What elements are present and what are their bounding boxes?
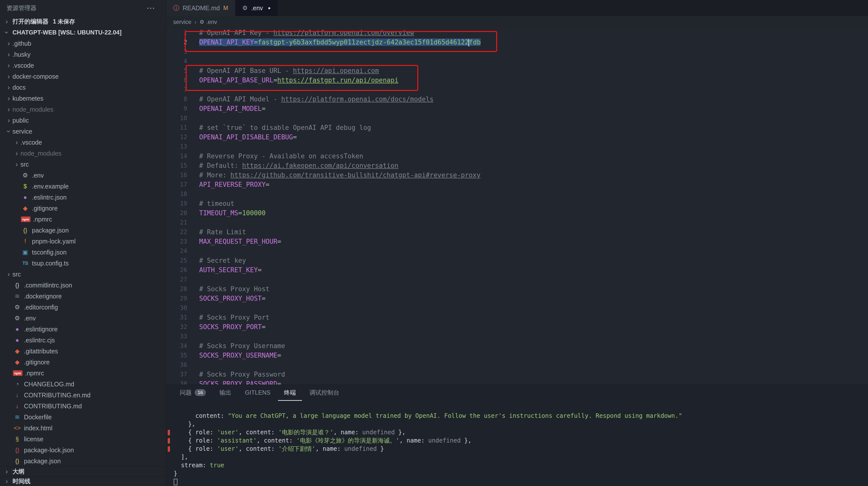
code-line-1[interactable]: 1# OpenAI API Key - https://platform.ope… (166, 28, 868, 37)
timeline-header[interactable]: › 时间线 (0, 476, 166, 486)
tree-folder-service[interactable]: ›service (0, 126, 166, 137)
code-line-31[interactable]: 31# Socks Proxy Port (166, 313, 868, 322)
tree-file-.eslintignore[interactable]: ●.eslintignore (0, 324, 166, 335)
tsgear-icon: ▣ (21, 249, 29, 256)
code-line-22[interactable]: 22# Rate Limit (166, 227, 868, 237)
code-line-24[interactable]: 24 (166, 246, 868, 256)
panel-tab-问题[interactable]: 问题16 (174, 385, 212, 401)
code-line-38[interactable]: 38SOCKS_PROXY_PASSWORD= (166, 379, 868, 384)
code-line-35[interactable]: 35SOCKS_PROXY_USERNAME= (166, 351, 868, 360)
tree-folder-.github[interactable]: ›.github (0, 38, 166, 49)
code-line-29[interactable]: 29SOCKS_PROXY_HOST= (166, 294, 868, 303)
tree-folder-src[interactable]: ›src (0, 269, 166, 280)
tree-file-package.json[interactable]: {}package.json (0, 456, 166, 466)
code-line-16[interactable]: 16# More: https://github.com/transitive-… (166, 170, 868, 180)
code-line-4[interactable]: 4 (166, 56, 868, 66)
tree-file-.gitignore[interactable]: ◆.gitignore (0, 356, 166, 368)
panel-tab-调试控制台[interactable]: 调试控制台 (304, 385, 345, 401)
tree-file-index.html[interactable]: <>index.html (0, 423, 166, 433)
tree-file-.env[interactable]: ⚙.env (0, 170, 166, 181)
tree-file-package-lock.json[interactable]: {}package-lock.json (0, 445, 166, 456)
tree-file-.npmrc[interactable]: npm.npmrc (0, 368, 166, 379)
code-line-11[interactable]: 11# set `true` to disable OpenAI API deb… (166, 123, 868, 132)
code-line-7[interactable]: 7 (166, 85, 868, 94)
tree-file-.eslintrc.json[interactable]: ●.eslintrc.json (0, 192, 166, 203)
code-line-10[interactable]: 10 (166, 113, 868, 123)
code-line-28[interactable]: 28# Socks Proxy Host (166, 284, 868, 294)
code-line-2[interactable]: 2OPENAI_API_KEY=fastgpt-y6b3axfbdd5wyp01… (166, 37, 868, 47)
arrow-icon: ↓ (13, 392, 22, 399)
tree-file-Dockerfile[interactable]: ≋Dockerfile (0, 411, 166, 423)
tree-file-CHANGELOG.md[interactable]: ◔CHANGELOG.md (0, 379, 166, 390)
tree-file-pnpm-lock.yaml[interactable]: !pnpm-lock.yaml (0, 236, 166, 247)
tree-folder-src[interactable]: ›src (0, 159, 166, 170)
code-line-18[interactable]: 18 (166, 189, 868, 199)
tree-file-.gitignore[interactable]: ◆.gitignore (0, 203, 166, 214)
outline-header[interactable]: › 大纲 (0, 466, 166, 476)
tree-file-CONTRIBUTING.md[interactable]: ↓CONTRIBUTING.md (0, 401, 166, 411)
tree-folder-node_modules[interactable]: ›node_modules (0, 148, 166, 159)
code-line-14[interactable]: 14# Reverse Proxy - Available on accessT… (166, 151, 868, 161)
code-line-27[interactable]: 27 (166, 275, 868, 284)
breadcrumb-separator-icon: › (194, 18, 197, 26)
tree-file-license[interactable]: §license (0, 433, 166, 445)
terminal-output[interactable]: content: "You are ChatGPT, a large langu… (166, 401, 868, 486)
code-line-25[interactable]: 25# Secret key (166, 256, 868, 265)
tree-file-.editorconfig[interactable]: ⚙.editorconfig (0, 302, 166, 313)
code-line-20[interactable]: 20TIMEOUT_MS=100000 (166, 208, 868, 218)
code-line-17[interactable]: 17API_REVERSE_PROXY= (166, 180, 868, 189)
tab-.env[interactable]: ⚙.env● (235, 0, 278, 16)
panel-tab-输出[interactable]: 输出 (213, 385, 237, 401)
code-line-13[interactable]: 13 (166, 142, 868, 151)
tree-file-.commitlintrc.json[interactable]: {}.commitlintrc.json (0, 280, 166, 291)
more-actions-icon[interactable]: ⋯ (147, 4, 155, 12)
code-line-32[interactable]: 32SOCKS_PROXY_PORT= (166, 322, 868, 332)
code-line-8[interactable]: 8# OpenAI API Model - https://platform.o… (166, 94, 868, 104)
tree-file-.eslintrc.cjs[interactable]: ●.eslintrc.cjs (0, 335, 166, 346)
breadcrumb-item-service[interactable]: service (173, 19, 191, 26)
tree-file-.npmrc[interactable]: npm.npmrc (0, 214, 166, 225)
tree-folder-node_modules[interactable]: ›node_modules (0, 104, 166, 115)
code-line-3[interactable]: 3 (166, 47, 868, 56)
tree-file-tsup.config.ts[interactable]: TStsup.config.ts (0, 258, 166, 269)
tree-file-package.json[interactable]: {}package.json (0, 225, 166, 236)
dirty-dot-icon[interactable]: ● (268, 5, 271, 11)
code-line-33[interactable]: 33 (166, 332, 868, 341)
panel-tab-GITLENS[interactable]: GITLENS (239, 385, 277, 401)
panel-tab-终端[interactable]: 终端 (278, 385, 302, 401)
code-line-37[interactable]: 37# Socks Proxy Password (166, 370, 868, 379)
tree-folder-docs[interactable]: ›docs (0, 82, 166, 93)
terminal-line (174, 478, 868, 486)
tree-folder-.vscode[interactable]: ›.vscode (0, 60, 166, 71)
code-line-26[interactable]: 26AUTH_SECRET_KEY= (166, 265, 868, 275)
code-line-12[interactable]: 12OPENAI_API_DISABLE_DEBUG= (166, 132, 868, 142)
tree-file-tsconfig.json[interactable]: ▣tsconfig.json (0, 247, 166, 258)
tab-README.md[interactable]: ⓘREADME.mdM (166, 0, 235, 16)
tree-folder-kubernetes[interactable]: ›kubernetes (0, 93, 166, 104)
code-line-23[interactable]: 23MAX_REQUEST_PER_HOUR= (166, 237, 868, 246)
tree-folder-.husky[interactable]: ›.husky (0, 49, 166, 60)
code-line-9[interactable]: 9OPENAI_API_MODEL= (166, 104, 868, 113)
project-header[interactable]: › CHATGPT-WEB [WSL: UBUNTU-22.04] (0, 27, 166, 38)
code-line-21[interactable]: 21 (166, 218, 868, 227)
tree-item-label: .github (12, 40, 31, 47)
code-line-30[interactable]: 30 (166, 303, 868, 313)
tree-item-label: .gitignore (32, 205, 58, 212)
code-line-36[interactable]: 36 (166, 360, 868, 370)
tree-file-.env[interactable]: ⚙.env (0, 313, 166, 324)
code-line-6[interactable]: 6OPENAI_API_BASE_URL=https://fastgpt.run… (166, 76, 868, 85)
tree-folder-public[interactable]: ›public (0, 115, 166, 126)
code-line-15[interactable]: 15# Default: https://ai.fakeopen.com/api… (166, 161, 868, 170)
code-line-19[interactable]: 19# timeout (166, 199, 868, 208)
breadcrumb-item-.env[interactable]: ⚙.env (200, 19, 217, 26)
tree-folder-docker-compose[interactable]: ›docker-compose (0, 71, 166, 82)
tree-file-.dockerignore[interactable]: ≋.dockerignore (0, 291, 166, 302)
editor[interactable]: 1# OpenAI API Key - https://platform.ope… (166, 28, 868, 384)
code-line-5[interactable]: 5# OpenAI API Base URL - https://api.ope… (166, 66, 868, 76)
open-editors-header[interactable]: › 打开的编辑器 1 未保存 (0, 16, 166, 27)
tree-file-.gitattributes[interactable]: ◆.gitattributes (0, 346, 166, 356)
code-line-34[interactable]: 34# Socks Proxy Username (166, 341, 868, 351)
tree-file-.env.example[interactable]: $.env.example (0, 181, 166, 192)
tree-file-CONTRIBUTING.en.md[interactable]: ↓CONTRIBUTING.en.md (0, 390, 166, 401)
tree-folder-.vscode[interactable]: ›.vscode (0, 137, 166, 148)
